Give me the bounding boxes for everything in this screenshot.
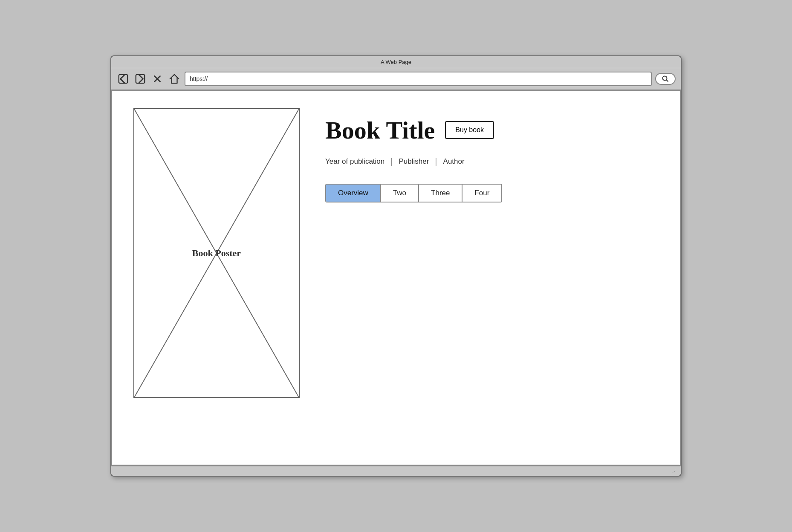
svg-line-5 xyxy=(667,80,668,82)
search-icon xyxy=(662,75,669,82)
separator-2: | xyxy=(435,157,437,167)
resize-handle: ⟋ xyxy=(671,468,677,474)
status-bar: ⟋ xyxy=(111,466,681,476)
tab-three[interactable]: Three xyxy=(419,185,462,202)
book-details: Book Title Buy book Year of publication … xyxy=(325,108,659,448)
tabs-container: Overview Two Three Four xyxy=(325,184,502,202)
tab-overview[interactable]: Overview xyxy=(326,185,381,202)
book-poster-container: Book Poster xyxy=(133,108,300,448)
book-poster-label: Book Poster xyxy=(192,248,241,259)
forward-button[interactable] xyxy=(133,72,147,86)
title-bar: A Web Page xyxy=(111,56,681,68)
nav-bar xyxy=(111,68,681,90)
book-title: Book Title xyxy=(325,117,435,144)
author: Author xyxy=(443,157,465,166)
page-title: A Web Page xyxy=(381,59,411,65)
home-button[interactable] xyxy=(168,72,181,86)
browser-window: A Web Page xyxy=(110,55,682,477)
book-poster: Book Poster xyxy=(133,108,300,398)
tab-two[interactable]: Two xyxy=(381,185,419,202)
buy-button[interactable]: Buy book xyxy=(445,121,494,139)
page-content: Book Poster Book Title Buy book Year of … xyxy=(111,90,681,466)
year-of-publication: Year of publication xyxy=(325,157,384,166)
back-icon xyxy=(117,73,129,85)
publisher: Publisher xyxy=(399,157,429,166)
search-button[interactable] xyxy=(655,73,676,85)
url-input[interactable] xyxy=(185,72,652,86)
close-button[interactable] xyxy=(150,72,164,86)
separator-1: | xyxy=(390,157,393,167)
close-icon xyxy=(151,73,163,85)
forward-icon xyxy=(134,73,146,85)
back-button[interactable] xyxy=(116,72,130,86)
tab-four[interactable]: Four xyxy=(462,185,501,202)
book-meta: Year of publication | Publisher | Author xyxy=(325,157,659,167)
book-title-row: Book Title Buy book xyxy=(325,117,659,144)
home-icon xyxy=(168,73,180,85)
